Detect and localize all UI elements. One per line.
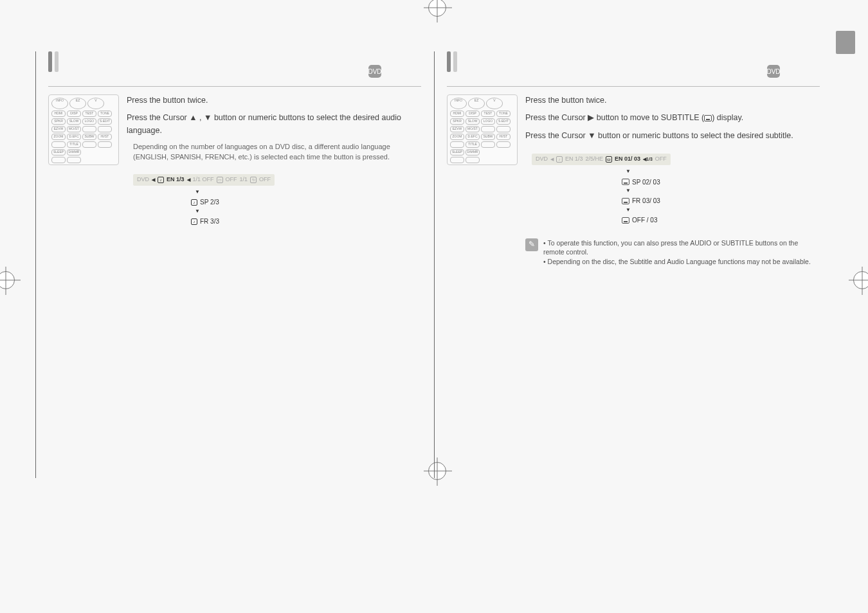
subtitle-option: OFF / 03 bbox=[622, 215, 820, 226]
remote-v-button: V bbox=[486, 98, 503, 109]
remote-label: TONE bbox=[98, 111, 112, 117]
remote-label: HDMI bbox=[450, 111, 464, 117]
remote-label bbox=[481, 126, 495, 132]
remote-label: SLEEP bbox=[51, 149, 66, 155]
remote-label: EZVW bbox=[51, 126, 66, 132]
remote-label: DISP bbox=[466, 111, 480, 117]
remote-label bbox=[82, 141, 96, 148]
remote-label bbox=[450, 141, 464, 148]
osd-bar: DVD ◀ ♪ EN 1/3 ◀ 1/1 OFF ▭ OFF 1/1 ↻ OFF bbox=[133, 174, 275, 186]
remote-illustration: INFOEZV HDMIDISPTESTTONE SPKRSLOWLOGOS.E… bbox=[447, 94, 518, 165]
remote-label: SUBW bbox=[481, 134, 495, 140]
spread: DVD INFOEZV HDMIDISPTESTTONE SPKRSLOWLOG… bbox=[0, 0, 868, 267]
remote-label: SLEEP bbox=[450, 149, 464, 155]
remote-illustration-column: INFOEZV HDMIDISPTESTTONE SPKRSLOWLOGOS.E… bbox=[447, 94, 518, 267]
step2-prefix: Press the Cursor ▶ button to move to SUB… bbox=[525, 113, 704, 122]
subtitle-glyph-icon bbox=[704, 115, 712, 121]
remote-label: TONE bbox=[496, 111, 511, 117]
instructions: Press the button twice. Press the Cursor… bbox=[127, 94, 421, 227]
arrow-down-icon: ▼ bbox=[195, 188, 421, 196]
osd-middle: 1/1 OFF bbox=[193, 175, 214, 184]
audio-icon: ♪ bbox=[556, 156, 563, 163]
subtitle-option: SP 02/ 03 bbox=[622, 177, 820, 188]
subtitle-option-label: FR 03/ 03 bbox=[632, 196, 660, 206]
osd-angle: 1/1 bbox=[240, 175, 248, 184]
osd-bar: DVD ◀ ♪ EN 1/3 2/5/HE ▭ EN 01/ 03 ◀1/3 O… bbox=[532, 154, 671, 165]
audio-options: ▼ ♪ SP 2/3 ▼ ♪ FR 3/3 bbox=[191, 188, 421, 227]
remote-info-button: INFO bbox=[450, 98, 467, 109]
subtitle-option-label: SP 02/ 03 bbox=[632, 177, 660, 188]
remote-ezview-button: EZ bbox=[468, 98, 485, 109]
remote-label: TEST bbox=[481, 111, 495, 117]
crop-mark-bottom bbox=[428, 462, 446, 480]
osd-repeat: OFF bbox=[259, 175, 271, 184]
remote-label: LOGO bbox=[82, 118, 96, 125]
subtitle-icon: ▭ bbox=[217, 177, 223, 183]
remote-label: S.EDIT bbox=[496, 118, 511, 125]
remote-label: TITLE bbox=[67, 141, 81, 148]
remote-label: D.EFC bbox=[67, 134, 81, 140]
remote-label bbox=[98, 126, 112, 132]
osd-middle: 2/5/HE bbox=[586, 155, 604, 164]
remote-label bbox=[481, 141, 495, 148]
osd-prefix: DVD bbox=[536, 155, 548, 164]
remote-label: SLOW bbox=[67, 118, 81, 125]
step1-suffix: button twice. bbox=[561, 96, 606, 105]
remote-label: SUBW bbox=[82, 134, 96, 140]
audio-option-label: FR 3/3 bbox=[200, 217, 219, 227]
step3: Press the Cursor ▼ button or numeric but… bbox=[525, 130, 820, 142]
accent-bar-light bbox=[55, 51, 59, 72]
note-box: ✎ • To operate this function, you can al… bbox=[525, 238, 820, 267]
remote-label: EZVW bbox=[450, 126, 464, 132]
title-bar-left: DVD bbox=[48, 61, 421, 87]
remote-label: ZOOM bbox=[51, 134, 66, 140]
crop-mark-right bbox=[853, 271, 868, 289]
accent-bar bbox=[48, 51, 52, 72]
step2: Press the Cursor ▶ button to move to SUB… bbox=[525, 112, 820, 124]
content-row: INFOEZV HDMIDISPTESTTONE SPKRSLOWLOGOS.E… bbox=[48, 94, 421, 227]
remote-ezview-button: EZ bbox=[69, 98, 86, 109]
subtitle-options: ▼ SP 02/ 03 ▼ FR 03/ 03 ▼ OFF / 03 bbox=[622, 168, 820, 226]
audio-icon: ♪ bbox=[158, 177, 164, 183]
remote-illustration: INFOEZV HDMIDISPTESTTONE SPKRSLOWLOGOS.E… bbox=[48, 94, 119, 165]
note-text: • To operate this function, you can also… bbox=[543, 238, 820, 267]
remote-label: TEST bbox=[82, 111, 96, 117]
remote-label bbox=[51, 141, 66, 148]
accent-bar-light bbox=[453, 51, 457, 72]
arrow-down-icon: ▼ bbox=[626, 187, 820, 195]
remote-label: ZOOM bbox=[450, 134, 464, 140]
step1-suffix: button twice. bbox=[163, 96, 208, 105]
remote-label: LOGO bbox=[481, 118, 495, 125]
remote-label: SPKR bbox=[450, 118, 464, 125]
remote-label bbox=[98, 141, 112, 148]
subtitle-option: FR 03/ 03 bbox=[622, 196, 820, 206]
subtitle-icon: ▭ bbox=[606, 156, 612, 163]
right-page: DVD INFOEZV HDMIDISPTESTTONE SPKRSLOWLOG… bbox=[447, 61, 820, 267]
osd-active-subtitle: EN 01/ 03 bbox=[615, 155, 640, 164]
subtitle-glyph-icon bbox=[622, 179, 629, 185]
remote-illustration-column: INFOEZV HDMIDISPTESTTONE SPKRSLOWLOGOS.E… bbox=[48, 94, 119, 227]
arrow-down-icon: ▼ bbox=[626, 168, 820, 175]
osd-prefix: DVD bbox=[137, 175, 149, 184]
remote-label: HI/ST bbox=[496, 134, 511, 140]
subtitle-glyph-icon bbox=[622, 217, 629, 224]
remote-label: MO/ST bbox=[67, 126, 81, 132]
remote-label: HI/ST bbox=[98, 134, 112, 140]
remote-label: SPKR bbox=[51, 118, 66, 125]
content-row: INFOEZV HDMIDISPTESTTONE SPKRSLOWLOGOS.E… bbox=[447, 94, 820, 267]
osd-repeat: OFF bbox=[655, 155, 667, 164]
title-accent bbox=[48, 51, 59, 72]
left-page: DVD INFOEZV HDMIDISPTESTTONE SPKRSLOWLOG… bbox=[48, 61, 421, 267]
subtitle-glyph-icon bbox=[622, 198, 629, 204]
remote-label bbox=[450, 157, 464, 163]
disc-icon: DVD bbox=[368, 65, 381, 78]
repeat-icon: ↻ bbox=[250, 177, 257, 183]
audio-option-label: SP 2/3 bbox=[200, 197, 219, 208]
remote-label: D.EFC bbox=[466, 134, 480, 140]
osd-selector-arrow: ◀ bbox=[187, 177, 190, 184]
remote-label bbox=[496, 126, 511, 132]
osd-selector-arrow: ◀1/3 bbox=[643, 156, 653, 163]
step2-suffix: ) display. bbox=[712, 113, 743, 122]
audio-option: ♪ FR 3/3 bbox=[191, 217, 421, 227]
osd-arrow-left: ◀ bbox=[152, 177, 155, 184]
